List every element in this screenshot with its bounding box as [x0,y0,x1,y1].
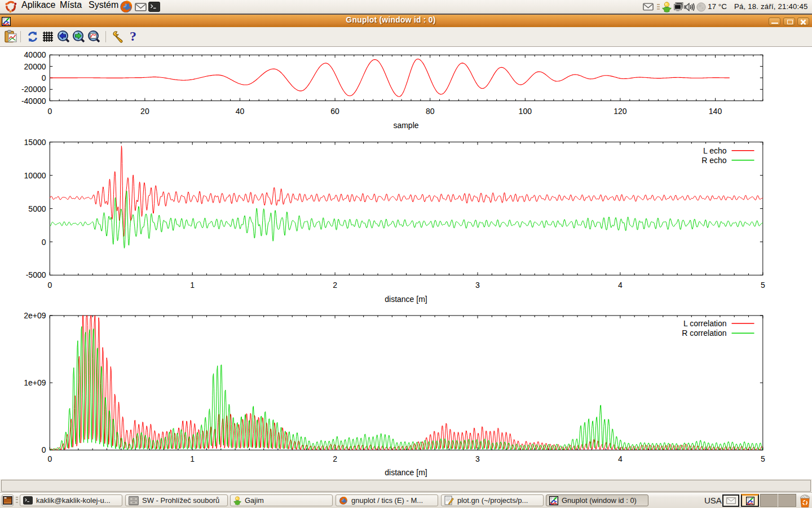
svg-text:0: 0 [47,281,52,290]
svg-text:0: 0 [42,73,46,82]
svg-text:sample: sample [393,121,418,130]
svg-text:1e+09: 1e+09 [24,378,46,387]
svg-text:3: 3 [475,281,480,290]
svg-text:-40000: -40000 [21,97,46,106]
svg-text:3: 3 [475,454,480,463]
svg-text:2: 2 [333,281,337,290]
svg-text:5000: 5000 [28,204,46,213]
svg-text:10000: 10000 [24,171,46,180]
svg-text:20: 20 [140,107,149,116]
svg-text:0: 0 [47,107,52,116]
svg-text:1: 1 [190,454,195,463]
svg-text:-20000: -20000 [21,85,46,94]
svg-text:40000: 40000 [24,50,46,59]
svg-text:5: 5 [761,454,765,463]
svg-text:120: 120 [614,107,627,116]
svg-text:2e+09: 2e+09 [24,311,46,320]
svg-text:40: 40 [236,107,245,116]
svg-text:0: 0 [42,238,46,247]
svg-text:R echo: R echo [701,156,727,165]
svg-text:4: 4 [618,281,623,290]
svg-text:L echo: L echo [703,146,727,155]
svg-text:60: 60 [330,107,339,116]
svg-text:5: 5 [761,281,765,290]
svg-text:distance [m]: distance [m] [385,295,427,304]
svg-text:1: 1 [190,281,195,290]
svg-text:0: 0 [47,454,52,463]
svg-text:80: 80 [426,107,435,116]
svg-text:0: 0 [42,445,46,454]
svg-text:20000: 20000 [24,62,46,71]
svg-text:140: 140 [709,107,722,116]
svg-text:100: 100 [519,107,532,116]
svg-text:2: 2 [333,454,337,463]
svg-text:?: ? [130,30,136,43]
svg-text:-5000: -5000 [26,270,46,279]
svg-text:R correlation: R correlation [682,329,726,338]
svg-text:distance [m]: distance [m] [385,468,427,477]
svg-text:L correlation: L correlation [683,319,727,328]
svg-text:15000: 15000 [24,138,46,147]
svg-text:4: 4 [618,454,623,463]
